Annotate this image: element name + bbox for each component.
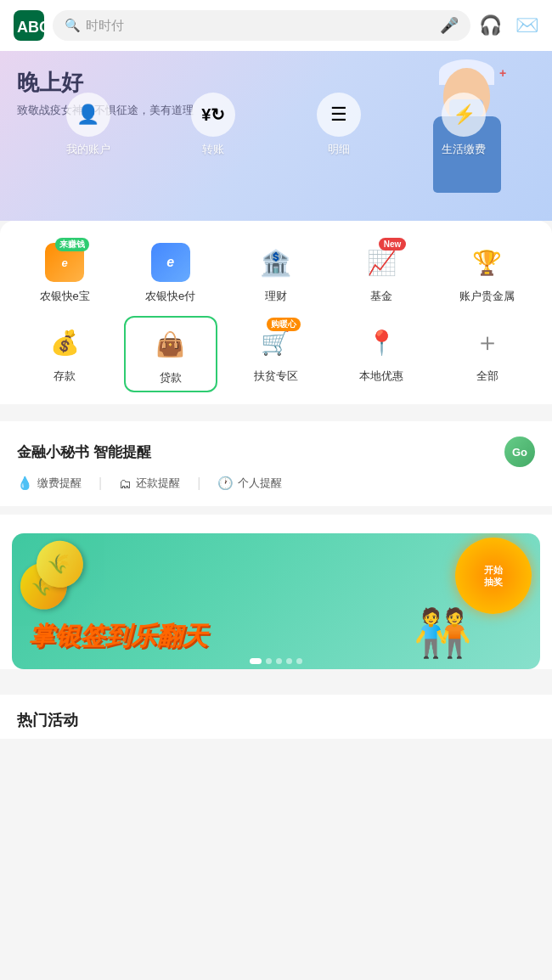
menu-quanbu[interactable]: ＋ 全部 [441,316,534,392]
menu-row1: e 来赚钱 农银快e宝 e 农银快e付 🏦 理财 📈 New [8,236,544,309]
kuaiefu-icon: e [151,243,190,282]
banner-dots [250,658,302,664]
menu-jijin[interactable]: 📈 New 基金 [335,236,428,309]
divider2: | [197,476,200,491]
kuaiefu-label: 农银快e付 [145,289,195,304]
quick-action-detail[interactable]: ☰ 明细 [276,93,402,157]
hot-title: 热门活动 [17,712,78,729]
quanbu-label: 全部 [476,369,498,384]
quick-action-life[interactable]: ⚡ 生活缴费 [402,93,527,157]
divider1: | [99,476,102,491]
top-bar: ABC 🔍 时时付 🎤 🎧 ✉️ [0,0,552,51]
menu-youhui[interactable]: 📍 本地优惠 [335,316,428,392]
dot-3 [276,658,282,664]
fupin-icon-wrap: 🛒 购暖心 [255,321,297,363]
secretary-personal-link[interactable]: 🕐 个人提醒 [217,476,282,491]
separator2 [0,506,552,515]
separator1 [0,404,552,413]
mail-icon[interactable]: ✉️ [515,14,538,37]
banner-text: 掌银签到乐翻天 [29,619,207,654]
personal-label: 个人提醒 [238,476,282,491]
secretary-repay-link[interactable]: 🗂 还款提醒 [119,476,180,491]
cunkuan-icon-wrap: 💰 [43,321,86,363]
dot-4 [286,658,292,664]
fupin-icon: 🛒 [261,329,290,357]
repay-label: 还款提醒 [136,476,180,491]
search-bar[interactable]: 🔍 时时付 🎤 [53,10,470,41]
menu-row2: 💰 存款 👜 贷款 🛒 购暖心 扶贫专区 📍 本地优惠 ＋ [8,316,544,392]
menu-jinshu[interactable]: 🏆 账户贵金属 [441,236,534,309]
app-logo[interactable]: ABC [14,10,44,41]
menu-daikuan[interactable]: 👜 贷款 [124,316,217,392]
fupin-label: 扶贫专区 [254,369,298,384]
search-icon: 🔍 [65,18,81,33]
personal-icon: 🕐 [217,476,234,491]
youhui-icon: 📍 [367,329,397,357]
card-section: e 来赚钱 农银快e宝 e 农银快e付 🏦 理财 📈 New [0,221,552,404]
youhui-icon-wrap: 📍 [360,321,403,363]
jijin-label: 基金 [370,289,392,304]
fee-label: 缴费提醒 [37,476,82,491]
quick-actions: 👤 我的账户 ¥↻ 转账 ☰ 明细 ⚡ 生活缴费 [17,81,535,169]
jijin-badge: New [379,238,407,251]
quanbu-icon: ＋ [475,325,500,360]
menu-fupin[interactable]: 🛒 购暖心 扶贫专区 [229,316,323,392]
headphone-icon[interactable]: 🎧 [479,14,502,37]
hot-activities-section: 热门活动 [0,695,552,739]
quick-action-account[interactable]: 👤 我的账户 [25,93,151,157]
transfer-icon: ¥↻ [191,93,235,137]
svg-text:ABC: ABC [17,19,44,36]
licai-icon-wrap: 🏦 [255,241,297,284]
dot-2 [266,658,272,664]
quick-action-transfer[interactable]: ¥↻ 转账 [151,93,277,157]
menu-kuaiefu[interactable]: e 农银快e付 [124,236,217,309]
kuaibao-label: 农银快e宝 [40,289,90,304]
banner-content: 🌾 🌾 🧑‍🤝‍🧑 掌银签到乐翻天 开始 抽奖 [12,533,540,669]
life-label: 生活缴费 [442,142,486,157]
licai-label: 理财 [265,289,287,304]
fee-icon: 💧 [17,476,33,491]
menu-kuaibao[interactable]: e 来赚钱 农银快e宝 [18,236,111,309]
transfer-label: 转账 [202,142,224,157]
menu-cunkuan[interactable]: 💰 存款 [18,316,111,392]
account-icon: 👤 [66,93,110,137]
dot-1 [250,658,262,664]
secretary-header: 金融小秘书 智能提醒 Go [17,436,535,467]
secretary-links: 💧 缴费提醒 | 🗂 还款提醒 | 🕐 个人提醒 [17,476,535,491]
kuaibao-icon-wrap: e 来赚钱 [43,241,86,284]
mic-icon[interactable]: 🎤 [440,16,459,35]
jinshu-icon: 🏆 [472,249,502,277]
secretary-go-button[interactable]: Go [504,436,535,467]
daikuan-label: 贷款 [160,370,182,386]
quanbu-icon-wrap: ＋ [466,321,509,363]
jinshu-icon-wrap: 🏆 [466,241,509,284]
licai-icon: 🏦 [260,248,291,278]
detail-icon: ☰ [317,93,361,137]
separator3 [0,678,552,686]
daikuan-icon: 👜 [155,330,185,358]
jijin-icon-wrap: 📈 New [360,241,403,284]
banner-carousel[interactable]: 🌾 🌾 🧑‍🤝‍🧑 掌银签到乐翻天 开始 抽奖 [12,533,540,669]
daikuan-icon-wrap: 👜 [149,323,192,365]
search-text: 时时付 [86,18,124,34]
repay-icon: 🗂 [119,476,132,491]
cunkuan-icon: 💰 [50,329,80,357]
account-label: 我的账户 [66,142,110,157]
youhui-label: 本地优惠 [359,369,403,384]
life-icon: ⚡ [442,93,486,137]
jinshu-label: 账户贵金属 [459,289,515,304]
secretary-title: 金融小秘书 智能提醒 [17,442,151,462]
menu-licai[interactable]: 🏦 理财 [229,236,323,309]
secretary-section: 金融小秘书 智能提醒 Go 💧 缴费提醒 | 🗂 还款提醒 | 🕐 个人提醒 [0,421,552,506]
banner-wheel[interactable]: 开始 抽奖 [455,538,532,614]
fupin-badge: 购暖心 [267,318,301,331]
kuaibao-badge: 来赚钱 [55,238,89,251]
header-icons: 🎧 ✉️ [479,14,538,37]
hero-banner: 晚上好 致敬战疫女神，不惧征途，美有道理 + 👤 我的账户 ¥↻ 转账 ☰ 明细… [0,51,552,221]
detail-label: 明细 [328,142,350,157]
secretary-fee-link[interactable]: 💧 缴费提醒 [17,476,82,491]
banner-people: 🧑‍🤝‍🧑 [414,605,472,661]
jijin-icon: 📈 [367,249,397,277]
kuaiefu-icon-wrap: e [149,241,192,284]
cunkuan-label: 存款 [54,369,76,384]
